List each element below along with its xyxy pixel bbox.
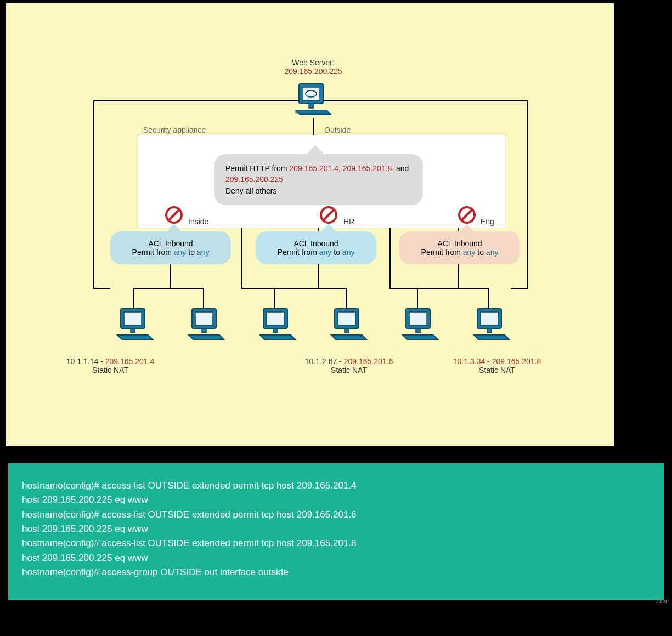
webserver-ip: 209.165.200.225 (284, 67, 342, 76)
acl-hr: ACL Inbound Permit from any to any (256, 231, 376, 264)
svg-rect-23 (195, 312, 213, 325)
pc-icon (470, 308, 513, 343)
code-line: hostname(config)# access-list OUTSIDE ex… (22, 479, 650, 493)
pc-icon (184, 308, 228, 343)
svg-rect-27 (273, 328, 278, 333)
pc-icon (256, 308, 300, 343)
svg-line-18 (461, 209, 472, 220)
webserver-title: Web Server: (292, 58, 335, 67)
code-line: host 209.165.200.225 eq www (22, 522, 650, 536)
watermark: .com (656, 598, 669, 604)
acl-inside: ACL Inbound Permit from any to any (110, 231, 231, 264)
code-line: host 209.165.200.225 eq www (22, 493, 650, 507)
svg-rect-36 (487, 328, 492, 333)
svg-rect-26 (267, 312, 284, 325)
pc-icon (327, 308, 371, 343)
outside-label: Outside (324, 126, 351, 134)
code-line: hostname(config)# access-list OUTSIDE ex… (22, 508, 650, 522)
deny-icon (319, 205, 338, 225)
permit-callout: Permit HTTP from 209.165.201.4, 209.165.… (214, 154, 423, 205)
code-line: host 209.165.200.225 eq www (22, 551, 650, 565)
server-icon (291, 83, 335, 118)
svg-line-14 (168, 209, 179, 220)
svg-rect-21 (131, 328, 135, 333)
svg-point-10 (306, 90, 317, 97)
svg-rect-29 (338, 312, 355, 325)
zone-hr: HR (343, 217, 354, 226)
svg-rect-35 (481, 312, 498, 325)
appliance-label: Security appliance (143, 126, 206, 134)
svg-rect-24 (202, 328, 206, 333)
diagram-canvas: Web Server: 209.165.200.225 Security app… (0, 0, 672, 636)
deny-icon (164, 205, 184, 225)
svg-rect-20 (124, 312, 142, 325)
zone-eng: Eng (481, 217, 494, 226)
svg-rect-11 (309, 104, 313, 108)
host2-label: 10.1.2.67 - 209.165.201.6 Static NAT (283, 357, 415, 374)
svg-rect-33 (416, 328, 420, 333)
config-code: hostname(config)# access-list OUTSIDE ex… (8, 463, 664, 600)
host1-label: 10.1.1.14 - 209.165.201.4 Static NAT (44, 357, 176, 374)
code-line: hostname(config)# access-list OUTSIDE ex… (22, 536, 650, 550)
deny-icon (457, 205, 477, 225)
svg-line-16 (323, 209, 334, 220)
svg-rect-30 (345, 328, 349, 333)
host3-label: 10.1.3.34 - 209.165.201.8 Static NAT (431, 357, 563, 374)
diagram-area: Web Server: 209.165.200.225 Security app… (5, 3, 614, 447)
webserver-label: Web Server: 209.165.200.225 (236, 58, 390, 76)
pc-icon (398, 308, 442, 343)
zone-inside: Inside (188, 217, 208, 226)
code-line: hostname(config)# access-group OUTSIDE o… (22, 565, 650, 580)
svg-rect-12 (296, 110, 326, 113)
svg-rect-32 (409, 312, 427, 325)
pc-icon (113, 308, 157, 343)
acl-eng: ACL Inbound Permit from any to any (399, 231, 520, 264)
